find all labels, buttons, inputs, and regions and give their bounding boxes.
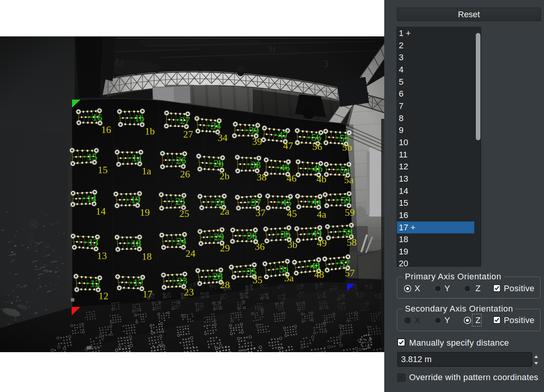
svg-text:27: 27 (183, 129, 193, 140)
svg-text:1b: 1b (145, 126, 155, 137)
svg-text:23: 23 (177, 276, 187, 287)
svg-text:4a: 4a (312, 196, 321, 207)
svg-text:2a: 2a (220, 206, 229, 217)
svg-text:16: 16 (92, 112, 102, 123)
svg-text:24: 24 (177, 236, 187, 247)
svg-text:59: 59 (345, 207, 355, 218)
svg-text:29: 29 (220, 243, 230, 254)
svg-text:12: 12 (98, 290, 108, 302)
svg-text:13: 13 (97, 250, 107, 261)
svg-text:14: 14 (87, 193, 97, 204)
svg-text:5a: 5a (341, 164, 350, 175)
svg-text:17: 17 (143, 289, 152, 300)
svg-text:58: 58 (347, 237, 357, 248)
svg-text:59: 59 (341, 195, 351, 206)
svg-text:18: 18 (131, 238, 141, 249)
svg-text:1a: 1a (132, 153, 142, 164)
svg-text:58: 58 (343, 227, 353, 238)
svg-text:3a: 3a (284, 272, 294, 284)
svg-text:26: 26 (180, 169, 190, 180)
svg-text:25: 25 (175, 196, 185, 207)
svg-text:3b: 3b (281, 229, 291, 240)
svg-text:27: 27 (180, 115, 190, 126)
svg-text:17: 17 (133, 277, 143, 288)
svg-text:47: 47 (283, 140, 293, 151)
svg-text:15: 15 (98, 164, 108, 175)
svg-text:37: 37 (256, 207, 265, 218)
svg-text:16: 16 (101, 124, 111, 135)
svg-text:2b: 2b (214, 158, 224, 169)
svg-text:36: 36 (255, 241, 265, 252)
svg-text:46: 46 (280, 162, 290, 173)
svg-text:14: 14 (96, 206, 106, 217)
svg-text:26: 26 (176, 155, 186, 166)
svg-text:19: 19 (140, 207, 150, 218)
svg-text:5a: 5a (344, 174, 354, 185)
svg-text:37: 37 (251, 197, 261, 208)
svg-text:13: 13 (88, 237, 98, 248)
svg-text:5b: 5b (342, 142, 352, 153)
svg-text:34: 34 (218, 132, 228, 143)
svg-text:24: 24 (185, 248, 195, 259)
svg-text:4b: 4b (313, 163, 323, 174)
svg-text:38: 38 (251, 159, 261, 171)
svg-text:57: 57 (345, 267, 355, 279)
svg-text:45: 45 (282, 197, 292, 208)
svg-text:47: 47 (278, 130, 288, 141)
svg-text:2b: 2b (220, 171, 229, 182)
svg-text:46: 46 (287, 173, 297, 184)
svg-text:18: 18 (142, 251, 152, 262)
svg-text:48: 48 (314, 269, 324, 280)
svg-text:29: 29 (214, 231, 224, 243)
svg-text:39: 39 (249, 125, 259, 136)
svg-text:1a: 1a (142, 166, 151, 177)
svg-text:45: 45 (287, 208, 297, 219)
svg-text:39: 39 (252, 136, 262, 147)
svg-text:25: 25 (179, 208, 189, 219)
svg-text:36: 36 (247, 230, 257, 241)
svg-text:49: 49 (317, 238, 327, 249)
svg-text:1b: 1b (134, 113, 144, 124)
svg-text:23: 23 (184, 287, 194, 298)
svg-text:12: 12 (90, 278, 100, 289)
svg-text:19: 19 (131, 194, 141, 205)
svg-text:35: 35 (252, 274, 262, 285)
svg-text:34: 34 (211, 120, 221, 131)
svg-text:28: 28 (220, 279, 230, 290)
svg-text:15: 15 (87, 151, 97, 162)
svg-text:56: 56 (312, 141, 322, 152)
svg-text:4a: 4a (317, 209, 326, 220)
